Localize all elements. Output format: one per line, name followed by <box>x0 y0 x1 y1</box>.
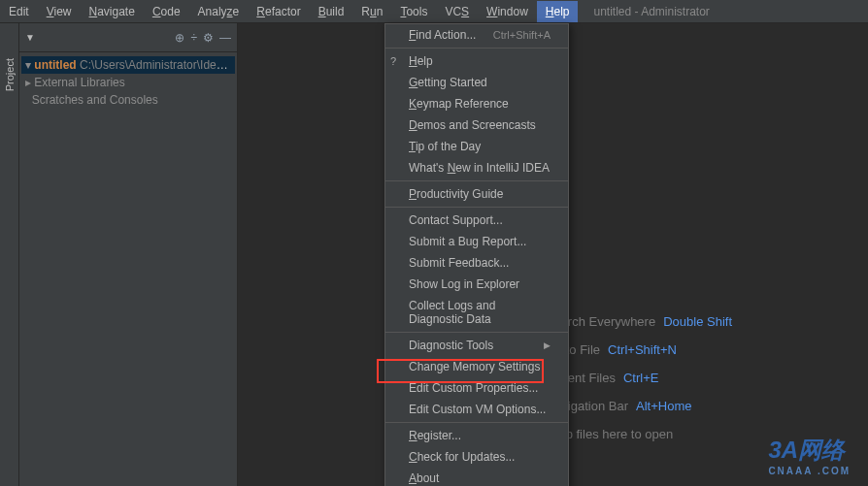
project-view-selector[interactable]: ▼ <box>25 32 169 43</box>
scratches-node[interactable]: Scratches and Consoles <box>21 91 235 109</box>
expand-icon[interactable]: ÷ <box>190 31 197 45</box>
menu-diag-tools-submenu[interactable]: Diagnostic Tools▶ <box>385 335 568 356</box>
menu-help-topics[interactable]: ?Help <box>385 50 568 72</box>
menu-updates[interactable]: Check for Updates... <box>385 446 568 468</box>
project-header: ▼ ⊕ ÷ ⚙ — <box>19 23 237 52</box>
menu-separator <box>385 48 568 49</box>
chevron-right-icon: ▶ <box>544 340 551 350</box>
window-title: untitled - Administrator <box>593 5 709 18</box>
menu-separator <box>385 180 568 181</box>
menu-separator <box>385 332 568 333</box>
project-root-node[interactable]: ▾ untitled C:\Users\Administrator\IdeaPr… <box>21 56 235 74</box>
menu-collect[interactable]: Collect Logs and Diagnostic Data <box>385 295 568 330</box>
sidebar-tab-project[interactable]: Project <box>0 23 19 486</box>
menu-getting-started[interactable]: Getting Started <box>385 72 568 93</box>
watermark-logo: 3A网络 CNAAA .COM <box>768 435 851 476</box>
search-everywhere-shortcut[interactable]: Double Shift <box>663 314 732 329</box>
menu-vcs[interactable]: VCS <box>436 1 478 22</box>
menubar: Edit View Navigate Code Analyze Refactor… <box>0 0 868 23</box>
menu-show-log[interactable]: Show Log in Explorer <box>385 274 568 295</box>
menu-custom-props[interactable]: Edit Custom Properties... <box>385 377 568 399</box>
menu-help[interactable]: Help <box>537 1 579 22</box>
menu-feedback[interactable]: Submit Feedback... <box>385 252 568 274</box>
menu-productivity[interactable]: Productivity Guide <box>385 183 568 205</box>
menu-refactor[interactable]: Refactor <box>248 1 309 22</box>
help-menu-popup: Find Action...Ctrl+Shift+A ?Help Getting… <box>384 23 569 486</box>
goto-file-shortcut[interactable]: Ctrl+Shift+N <box>608 342 677 357</box>
project-tool-window: ▼ ⊕ ÷ ⚙ — ▾ untitled C:\Users\Administra… <box>19 23 238 486</box>
gear-icon[interactable]: ⚙ <box>203 31 214 45</box>
menu-whats-new[interactable]: What's New in IntelliJ IDEA <box>385 157 568 178</box>
menu-separator <box>385 422 568 423</box>
menu-register[interactable]: Register... <box>385 425 568 446</box>
nav-bar-shortcut[interactable]: Alt+Home <box>636 399 691 413</box>
menu-tip[interactable]: Tip of the Day <box>385 136 568 157</box>
menu-run[interactable]: Run <box>352 1 391 22</box>
menu-navigate[interactable]: Navigate <box>81 1 144 22</box>
menu-about[interactable]: About <box>385 468 568 486</box>
external-libraries-node[interactable]: ▸ External Libraries <box>21 74 235 91</box>
menu-contact[interactable]: Contact Support... <box>385 210 568 231</box>
editor-helper-links: Search EverywhereDouble Shift Go to File… <box>546 314 732 441</box>
project-tree[interactable]: ▾ untitled C:\Users\Administrator\IdeaPr… <box>19 52 237 113</box>
question-icon: ? <box>390 55 396 67</box>
menu-analyze[interactable]: Analyze <box>189 1 249 22</box>
menu-window[interactable]: Window <box>478 1 537 22</box>
menu-find-action[interactable]: Find Action...Ctrl+Shift+A <box>385 24 568 46</box>
menu-demos[interactable]: Demos and Screencasts <box>385 114 568 136</box>
hide-icon[interactable]: — <box>219 31 231 45</box>
menu-separator <box>385 207 568 208</box>
menu-tools[interactable]: Tools <box>391 1 436 22</box>
target-icon[interactable]: ⊕ <box>175 31 184 45</box>
recent-files-shortcut[interactable]: Ctrl+E <box>623 371 658 385</box>
menu-edit[interactable]: Edit <box>0 1 38 22</box>
menu-custom-vm[interactable]: Edit Custom VM Options... <box>385 399 568 420</box>
menu-code[interactable]: Code <box>144 1 189 22</box>
menu-bug[interactable]: Submit a Bug Report... <box>385 231 568 252</box>
menu-view[interactable]: View <box>38 1 81 22</box>
menu-keymap-ref[interactable]: Keymap Reference <box>385 93 568 114</box>
menu-build[interactable]: Build <box>310 1 353 22</box>
menu-memory[interactable]: Change Memory Settings <box>385 356 568 377</box>
